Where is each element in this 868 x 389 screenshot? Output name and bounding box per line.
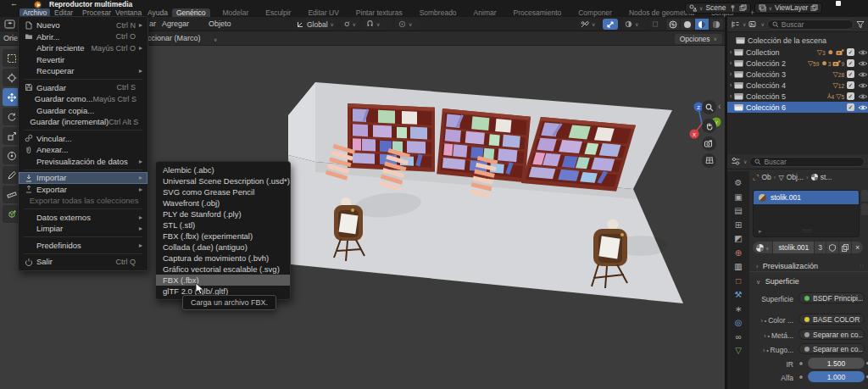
menu-item-abrir[interactable]: Abrir...Ctrl O <box>19 31 147 43</box>
import-submenu-item[interactable]: STL (.stl) <box>156 220 290 231</box>
outliner-filter-mode-icon[interactable] <box>748 20 758 29</box>
ir-slider[interactable]: 1.500 <box>808 358 865 369</box>
properties-editor-icon[interactable] <box>731 157 741 166</box>
workspace-tab[interactable]: Editar UV <box>303 8 342 17</box>
menu-item-anexar[interactable]: Anexar... <box>19 144 147 156</box>
menu-item-nuevo[interactable]: NuevoCtrl N▸ <box>19 19 147 31</box>
checkbox[interactable]: ✓ <box>847 70 854 78</box>
import-submenu-item[interactable]: PLY de Stanford (.ply) <box>156 208 290 220</box>
options-button[interactable]: Opciones ∨ <box>675 34 722 44</box>
menu-item-exportar[interactable]: Exportar▸ <box>19 184 147 196</box>
workspace-tab[interactable]: Esculpir <box>261 8 295 17</box>
gizmos-toggle[interactable] <box>603 19 618 30</box>
xray-toggle[interactable] <box>648 19 662 30</box>
pin-icon[interactable] <box>729 4 737 12</box>
menu-item-importar[interactable]: Importar▸ <box>19 172 147 184</box>
surface-shader-button[interactable]: BSDF Principi... <box>798 292 865 303</box>
sidebar-collapse-icon[interactable]: ‹ <box>718 102 721 111</box>
unlink-material-button[interactable]: × <box>852 242 863 253</box>
outliner-row-collection[interactable]: › Collection ▽3 ☻ ✓ <box>727 47 868 58</box>
import-submenu-item[interactable]: Universal Scene Description (.usd*) <box>156 175 290 186</box>
import-submenu-item[interactable]: SVG como Grease Pencil <box>156 186 290 197</box>
properties-tab[interactable]: ⊕ <box>735 248 742 258</box>
breadcrumb-data[interactable]: Obj... <box>787 173 804 181</box>
import-submenu-item[interactable]: FBX (.fbx) <box>156 275 290 286</box>
properties-tab[interactable]: ◩ <box>734 234 742 243</box>
import-submenu-item[interactable]: Captura de movimiento (.bvh) <box>156 253 290 264</box>
camera-view-button[interactable] <box>702 136 716 151</box>
checkbox[interactable]: ✓ <box>847 92 854 100</box>
perspective-toggle-button[interactable] <box>702 153 716 168</box>
import-submenu-item[interactable]: Gráfico vectorial escalable (.svg) <box>156 264 290 275</box>
shading-wireframe-button[interactable] <box>666 19 680 30</box>
breadcrumb-object[interactable]: Ob <box>762 173 771 181</box>
checkbox[interactable]: ✓ <box>847 48 854 56</box>
alpha-slider[interactable]: 1.000 <box>808 371 865 382</box>
new-scene-icon[interactable] <box>739 4 747 12</box>
material-browse-dropdown[interactable]: ∨ <box>753 242 772 253</box>
base-color-button[interactable]: BASE COLOR <box>798 314 865 325</box>
metallic-button[interactable]: Separar en co... <box>798 329 865 340</box>
shading-rendered-button[interactable] <box>709 19 723 30</box>
outliner-row-coleccion-6[interactable]: Colección 6 ✓ <box>727 102 868 113</box>
menu-item-previsualizacion[interactable]: Previsualización de datos▸ <box>19 156 147 168</box>
menu-item-abrir-reciente[interactable]: Abrir recienteMayús Ctrl O▸ <box>19 42 147 54</box>
menu-item-guardar-copia[interactable]: Guardar copia... <box>19 105 147 117</box>
selectability-dropdown[interactable]: ∨ <box>577 19 599 30</box>
workspace-tab[interactable]: Modelar <box>219 8 253 17</box>
workspace-tab[interactable]: Pintar texturas <box>352 8 407 17</box>
workspace-tab[interactable]: Genérico <box>172 8 210 17</box>
pan-tool-button[interactable] <box>702 119 716 133</box>
new-viewlayer-icon[interactable] <box>810 4 818 12</box>
properties-tab[interactable]: ∗ <box>735 304 742 314</box>
bookshelf-1[interactable] <box>348 103 435 172</box>
outliner-row-coleccion-4[interactable]: › Colección 4 ▽12 ✓ <box>727 80 868 91</box>
outliner-root-row[interactable]: Colección de la escena <box>727 35 868 46</box>
editor-type-icon[interactable] <box>4 19 15 29</box>
slot-list-expand-icon[interactable]: ▸ <box>759 228 762 235</box>
add-slot-button[interactable] <box>861 190 868 202</box>
resize-grip[interactable]: ∷∷ <box>803 228 812 235</box>
app-logo-icon[interactable] <box>34 1 42 8</box>
properties-search-input[interactable]: Buscar <box>749 157 865 167</box>
expand-icon[interactable]: › <box>727 59 734 67</box>
eye-icon[interactable] <box>858 104 868 111</box>
menu-item-vincular[interactable]: Vincular... <box>19 133 147 145</box>
material-name-field[interactable]: stolik.001 <box>773 242 814 253</box>
resize-grip[interactable]: ∷ <box>860 263 865 270</box>
workspace-tab[interactable]: Animar <box>470 8 501 17</box>
menu-item-predefinidos[interactable]: Predefinidos▸ <box>19 240 147 252</box>
outliner-row-coleccion-2[interactable]: › Colección 2 ▽59 ☻3 9 ✓ <box>727 58 868 69</box>
expand-icon[interactable]: › <box>727 70 734 78</box>
properties-tab[interactable]: ⊞ <box>735 220 742 230</box>
outliner-display-mode-icon[interactable] <box>731 20 740 29</box>
workspace-tab[interactable]: Sombreado <box>415 8 461 17</box>
shading-solid-button[interactable] <box>681 19 694 30</box>
menu-item-limpiar[interactable]: Limpiar▸ <box>19 223 147 235</box>
material-users-button[interactable]: 3 <box>815 242 826 253</box>
expand-icon[interactable]: › <box>727 81 734 89</box>
eye-icon[interactable] <box>858 49 868 56</box>
eye-icon[interactable] <box>858 93 868 100</box>
menu-item-guardar-incremental[interactable]: Guardar (incremental)Ctrl Alt S <box>19 116 147 128</box>
menu-item-recuperar[interactable]: Recuperar▸ <box>19 65 147 77</box>
outliner-row-coleccion-3[interactable]: › Colección 3 ▽28 ✓ <box>727 69 868 80</box>
properties-tab[interactable]: □ <box>736 276 741 286</box>
surface-section-header[interactable]: ∨ Superficie <box>756 277 799 286</box>
menu-item-guardar-como[interactable]: Guardar como...Mayús Ctrl S <box>19 93 147 105</box>
properties-tab[interactable]: ▤ <box>734 206 742 215</box>
fake-user-button[interactable] <box>826 242 838 253</box>
properties-tab[interactable]: ⚙ <box>735 178 743 187</box>
menu-item-datos-externos[interactable]: Datos externos▸ <box>19 212 147 224</box>
eye-icon[interactable] <box>858 60 868 67</box>
workspace-tab[interactable]: Procesamiento <box>509 8 566 17</box>
outliner-row-coleccion-5[interactable]: › Colección 5 ⅄4 ▽5 ✓ <box>727 91 868 102</box>
checkbox[interactable]: ✓ <box>847 81 854 89</box>
eye-icon[interactable] <box>858 82 868 89</box>
import-submenu-item[interactable]: Alembic (.abc) <box>156 164 290 175</box>
shading-material-button[interactable] <box>695 19 709 30</box>
workspace-tab[interactable]: Componer <box>574 8 616 17</box>
roughness-button[interactable]: Separar en co... <box>798 343 865 354</box>
bookshelf-3[interactable] <box>521 117 636 192</box>
properties-tab[interactable]: ▣ <box>734 192 742 202</box>
